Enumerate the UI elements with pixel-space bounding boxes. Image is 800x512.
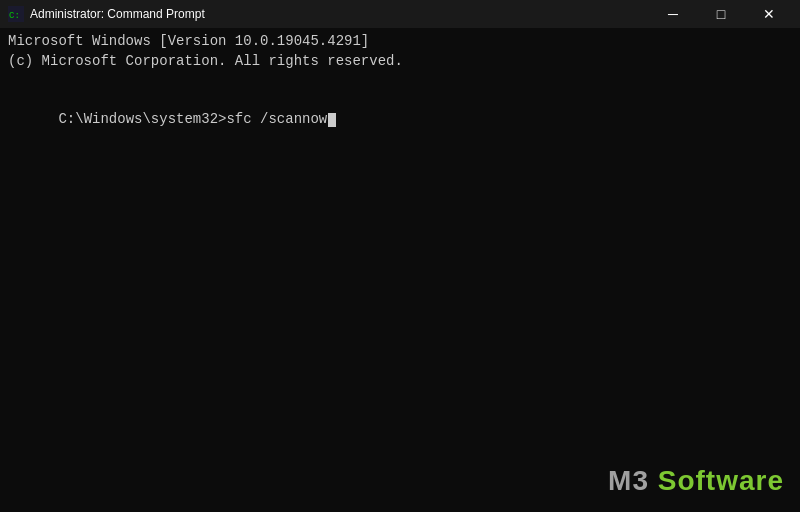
title-bar-controls: ─ □ ✕: [650, 0, 792, 28]
title-bar: C: Administrator: Command Prompt ─ □ ✕: [0, 0, 800, 28]
title-bar-text: Administrator: Command Prompt: [30, 7, 205, 21]
watermark-m3: M3: [608, 465, 658, 496]
terminal-line-2: (c) Microsoft Corporation. All rights re…: [8, 52, 792, 72]
cursor: [328, 113, 336, 127]
watermark: M3 Software: [608, 461, 784, 500]
cmd-icon: C:: [8, 6, 24, 22]
svg-text:C:: C:: [9, 11, 20, 21]
minimize-button[interactable]: ─: [650, 0, 696, 28]
maximize-button[interactable]: □: [698, 0, 744, 28]
terminal-body[interactable]: Microsoft Windows [Version 10.0.19045.42…: [0, 28, 800, 512]
terminal-line-4: C:\Windows\system32>sfc /scannow: [8, 91, 792, 150]
cmd-window: C: Administrator: Command Prompt ─ □ ✕ M…: [0, 0, 800, 512]
terminal-line-3: [8, 71, 792, 91]
close-button[interactable]: ✕: [746, 0, 792, 28]
watermark-software: Software: [658, 465, 784, 496]
terminal-line-1: Microsoft Windows [Version 10.0.19045.42…: [8, 32, 792, 52]
